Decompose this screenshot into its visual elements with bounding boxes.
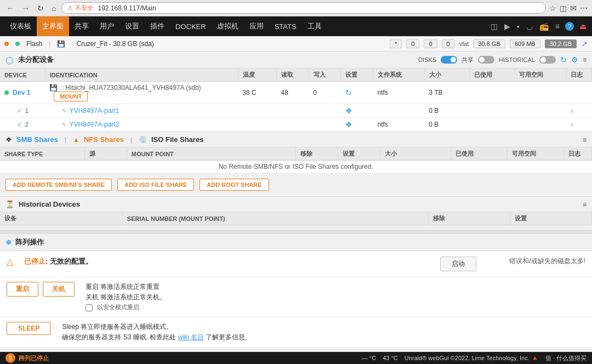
dev-name-cell: Dev 1 [0, 82, 45, 104]
add-iso-share-button[interactable]: ADD ISO FILE SHARE [117, 179, 194, 191]
col-free: 可用空间 [515, 69, 566, 82]
check-icon: ✓ [17, 107, 22, 114]
nav-tools[interactable]: 工具 [302, 16, 327, 36]
log-icon1: ≡ [570, 108, 573, 114]
add-remote-share-button[interactable]: ADD REMOTE SMB/NFS SHARE [5, 179, 112, 191]
nav-stats[interactable]: STATS [269, 16, 302, 36]
share-settings-icon1[interactable]: ❖ [345, 106, 352, 115]
nav-icon-terminal[interactable]: ▪ [516, 21, 521, 32]
more-icon[interactable]: ⋯ [580, 4, 588, 13]
nav-dashboard[interactable]: 仪表板 [4, 16, 37, 36]
url-bar[interactable]: ⚠ 不安全 192.168.9.117/Main [61, 2, 546, 14]
safe-mode-checkbox[interactable] [86, 304, 93, 311]
sleep-info-line1: Sleep 将立即使服务器进入睡眠模式。 [62, 322, 252, 332]
nav-share[interactable]: 共享 [69, 16, 94, 36]
part1-log: ≡ [566, 104, 591, 118]
windows-icon: ❖ [5, 135, 12, 144]
split-icon[interactable]: ◫ [560, 4, 567, 13]
nav-icon-grid[interactable]: ◫ [489, 21, 499, 32]
nav-docker[interactable]: DOCKER [170, 16, 212, 36]
status-bar-right: — °C 43 °C Unraid® webGui ©2022, Lime Te… [362, 354, 587, 362]
part1-link[interactable]: YVH8497A-part1 [70, 107, 119, 115]
wiki-link[interactable]: wiki 名目 [178, 333, 204, 341]
nav-main[interactable]: 主界面 [37, 16, 69, 36]
sleep-info: Sleep 将立即使服务器进入睡眠模式。 确保您的服务器支持 S3 睡眠. 检查… [62, 322, 252, 343]
dev-icon2: □ [59, 84, 63, 92]
mount-button[interactable]: MOUNT [54, 92, 88, 101]
part2-temp [238, 118, 276, 132]
nav-icon-monitor[interactable]: 📻 [538, 21, 550, 32]
refresh-icon[interactable]: ↻ [560, 55, 567, 64]
historical-menu-icon[interactable]: ≡ [583, 201, 587, 208]
col-size2: 大小 [380, 147, 451, 161]
dev-log [566, 82, 591, 104]
iso-label: ISO File Shares [151, 135, 203, 144]
add-root-share-button[interactable]: ADD ROOT SHARE [200, 179, 269, 191]
flash-dot-orange [4, 42, 9, 46]
share-settings-icon2[interactable]: ❖ [345, 120, 352, 129]
stopped-text: 已停止 [24, 257, 45, 265]
col-filesystem: 文件系统 [373, 69, 424, 82]
part2-read [277, 118, 309, 132]
shares-empty-row: No Remote SMB/NFS or ISO File Shares con… [0, 161, 592, 173]
part1-temp [238, 104, 276, 118]
historical-icon: ⏳ [5, 200, 14, 208]
star-icon[interactable]: ☆ [549, 4, 556, 13]
reboot-btns: 重启 关机 [7, 282, 75, 297]
check-icon2: ✓ [17, 121, 22, 128]
log-icon2: ≡ [570, 122, 573, 128]
nfs-label: NFS Shares [84, 135, 124, 144]
nav-icon-menu[interactable]: ≡ [554, 21, 561, 32]
flash-bar: Flash | 💾 Cruzer_Fit - 30.8 GB (sda) * 0… [0, 36, 592, 52]
array-status: △ 已停止: 无效的配置。 启动 错误和/或缺失的磁盘太多! [0, 251, 592, 277]
home-button[interactable]: ⌂ [49, 3, 58, 14]
nav-users[interactable]: 用户 [94, 16, 119, 36]
flash-stat3: 0 [424, 39, 437, 48]
nav-settings[interactable]: 设置 [119, 16, 145, 36]
part2-num-cell: ✓ 2 [0, 118, 45, 132]
up-btn[interactable]: ⇧ [5, 353, 15, 363]
col-hist-device: 设备 [0, 212, 122, 225]
right-branding: 值 · 什么值得买 [545, 354, 587, 362]
nav-icon-help[interactable]: ? [565, 22, 574, 31]
part2-link[interactable]: YVH8497A-part2 [70, 121, 119, 128]
invalid-text: 无效的配置。 [50, 257, 93, 265]
colon: : [45, 257, 48, 265]
array-start-area: 启动 [440, 257, 476, 271]
col-share-type: SHARE TYPE [0, 147, 84, 161]
nav-vm[interactable]: 虚拟机 [212, 16, 244, 36]
forward-button[interactable]: → [20, 3, 32, 14]
nav-icon-copy[interactable]: ◡ [525, 21, 534, 32]
copyright: Unraid® webGui ©2022, Lime Technology, I… [405, 355, 539, 362]
start-button[interactable]: 启动 [440, 257, 476, 271]
flash-used: 609 MB [510, 39, 540, 48]
historical-title: Historical Devices [19, 200, 80, 208]
part2-settings: ❖ [341, 118, 373, 132]
scroll-area: ◯ 未分配设备 DISKS 共享 HISTORICAL ↻ ⚙ ≡ DEVICE… [0, 52, 592, 352]
cpu-temp: 43 °C [383, 355, 398, 361]
dev-read: 48 [277, 82, 309, 104]
nav-plugins[interactable]: 插件 [145, 16, 170, 36]
share-toggle[interactable] [478, 56, 494, 64]
col-mount-point: MOUNT POINT [127, 147, 295, 161]
shutdown-button[interactable]: 关机 [43, 282, 75, 297]
unassigned-icon: ◯ [5, 56, 14, 64]
reboot-button[interactable]: 重启 [7, 282, 38, 297]
flash-ext-link[interactable]: ↗ [581, 39, 588, 48]
historical-toggle[interactable] [539, 56, 556, 64]
settings-icon[interactable]: ⚙ [571, 55, 578, 64]
bookmark-icon[interactable]: ✉ [570, 4, 577, 13]
back-button[interactable]: ← [4, 3, 16, 14]
nav-icon-play[interactable]: ▶ [503, 21, 511, 32]
sleep-button[interactable]: SLEEP [7, 322, 51, 335]
nav-icon-power[interactable]: ⏏ [578, 21, 588, 32]
browser-bar: ← → ↻ ⌂ ⚠ 不安全 192.168.9.117/Main ☆ ◫ ✉ ⋯ [0, 0, 592, 16]
refresh-button[interactable]: ↻ [35, 3, 46, 14]
share-icon[interactable]: ↻ [345, 88, 352, 97]
nav-apps[interactable]: 应用 [244, 16, 269, 36]
shares-menu-icon[interactable]: ≡ [583, 136, 587, 144]
disks-toggle[interactable] [441, 56, 457, 64]
part1-fs [373, 104, 424, 118]
col-settings: 设置 [341, 69, 373, 82]
menu-icon[interactable]: ≡ [583, 56, 587, 64]
